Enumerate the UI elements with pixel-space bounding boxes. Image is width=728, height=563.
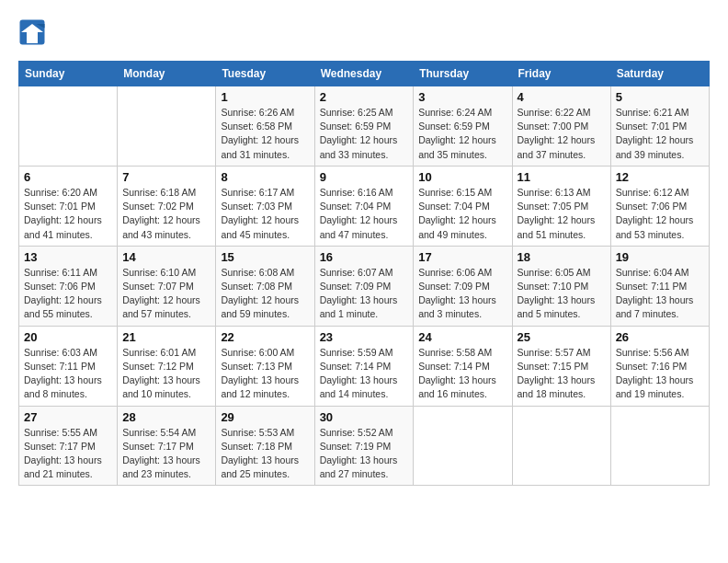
day-detail: Sunrise: 5:57 AM Sunset: 7:15 PM Dayligh… (518, 346, 606, 402)
day-detail: Sunrise: 6:16 AM Sunset: 7:04 PM Dayligh… (320, 186, 409, 242)
calendar-cell: 13Sunrise: 6:11 AM Sunset: 7:06 PM Dayli… (19, 246, 118, 326)
calendar-cell: 21Sunrise: 6:01 AM Sunset: 7:12 PM Dayli… (118, 326, 216, 406)
day-detail: Sunrise: 6:20 AM Sunset: 7:01 PM Dayligh… (24, 186, 112, 242)
calendar-cell: 2Sunrise: 6:25 AM Sunset: 6:59 PM Daylig… (314, 86, 414, 167)
day-number: 6 (24, 170, 112, 184)
day-number: 29 (221, 410, 309, 424)
calendar-cell: 15Sunrise: 6:08 AM Sunset: 7:08 PM Dayli… (216, 246, 314, 326)
day-detail: Sunrise: 6:17 AM Sunset: 7:03 PM Dayligh… (221, 186, 309, 242)
day-number: 11 (518, 170, 606, 184)
day-number: 18 (518, 250, 606, 264)
day-number: 26 (616, 330, 704, 344)
day-detail: Sunrise: 6:26 AM Sunset: 6:58 PM Dayligh… (221, 106, 309, 162)
day-detail: Sunrise: 6:22 AM Sunset: 7:00 PM Dayligh… (518, 106, 606, 162)
week-row-5: 27Sunrise: 5:55 AM Sunset: 7:17 PM Dayli… (19, 406, 710, 486)
day-number: 30 (320, 410, 409, 424)
day-detail: Sunrise: 5:56 AM Sunset: 7:16 PM Dayligh… (616, 346, 704, 402)
day-number: 23 (320, 330, 409, 344)
calendar-cell: 1Sunrise: 6:26 AM Sunset: 6:58 PM Daylig… (216, 86, 314, 167)
column-header-monday: Monday (118, 62, 216, 86)
day-detail: Sunrise: 6:03 AM Sunset: 7:11 PM Dayligh… (24, 346, 112, 402)
day-detail: Sunrise: 6:01 AM Sunset: 7:12 PM Dayligh… (122, 346, 210, 402)
day-number: 1 (221, 90, 309, 104)
week-row-4: 20Sunrise: 6:03 AM Sunset: 7:11 PM Dayli… (19, 326, 710, 406)
day-detail: Sunrise: 5:53 AM Sunset: 7:18 PM Dayligh… (221, 426, 309, 482)
week-row-2: 6Sunrise: 6:20 AM Sunset: 7:01 PM Daylig… (19, 166, 710, 246)
day-detail: Sunrise: 6:11 AM Sunset: 7:06 PM Dayligh… (24, 266, 112, 322)
calendar-cell: 3Sunrise: 6:24 AM Sunset: 6:59 PM Daylig… (414, 86, 512, 167)
day-number: 20 (24, 330, 112, 344)
calendar-cell: 10Sunrise: 6:15 AM Sunset: 7:04 PM Dayli… (414, 166, 512, 246)
calendar-cell (512, 406, 610, 486)
day-number: 25 (518, 330, 606, 344)
day-number: 15 (221, 250, 309, 264)
calendar-table: SundayMondayTuesdayWednesdayThursdayFrid… (18, 61, 710, 486)
column-header-tuesday: Tuesday (216, 62, 314, 86)
calendar-cell: 12Sunrise: 6:12 AM Sunset: 7:06 PM Dayli… (610, 166, 709, 246)
header-row: SundayMondayTuesdayWednesdayThursdayFrid… (19, 62, 710, 86)
day-number: 17 (418, 250, 506, 264)
calendar-cell: 19Sunrise: 6:04 AM Sunset: 7:11 PM Dayli… (610, 246, 709, 326)
day-number: 13 (24, 250, 112, 264)
calendar-cell (118, 86, 216, 167)
calendar-cell: 5Sunrise: 6:21 AM Sunset: 7:01 PM Daylig… (610, 86, 709, 167)
day-detail: Sunrise: 5:59 AM Sunset: 7:14 PM Dayligh… (320, 346, 409, 402)
day-detail: Sunrise: 6:04 AM Sunset: 7:11 PM Dayligh… (616, 266, 704, 322)
calendar-cell: 18Sunrise: 6:05 AM Sunset: 7:10 PM Dayli… (512, 246, 610, 326)
calendar-cell: 24Sunrise: 5:58 AM Sunset: 7:14 PM Dayli… (414, 326, 512, 406)
day-detail: Sunrise: 5:54 AM Sunset: 7:17 PM Dayligh… (122, 426, 210, 482)
day-number: 8 (221, 170, 309, 184)
column-header-sunday: Sunday (19, 62, 118, 86)
day-number: 27 (24, 410, 112, 424)
day-number: 3 (418, 90, 506, 104)
column-header-friday: Friday (512, 62, 610, 86)
day-detail: Sunrise: 6:08 AM Sunset: 7:08 PM Dayligh… (221, 266, 309, 322)
calendar-cell: 23Sunrise: 5:59 AM Sunset: 7:14 PM Dayli… (314, 326, 414, 406)
calendar-body: 1Sunrise: 6:26 AM Sunset: 6:58 PM Daylig… (19, 86, 710, 486)
day-detail: Sunrise: 6:06 AM Sunset: 7:09 PM Dayligh… (418, 266, 506, 322)
day-detail: Sunrise: 6:13 AM Sunset: 7:05 PM Dayligh… (518, 186, 606, 242)
calendar-cell (414, 406, 512, 486)
calendar-cell: 11Sunrise: 6:13 AM Sunset: 7:05 PM Dayli… (512, 166, 610, 246)
calendar-cell: 17Sunrise: 6:06 AM Sunset: 7:09 PM Dayli… (414, 246, 512, 326)
logo-icon (18, 18, 46, 46)
column-header-saturday: Saturday (610, 62, 709, 86)
calendar-cell: 28Sunrise: 5:54 AM Sunset: 7:17 PM Dayli… (118, 406, 216, 486)
calendar-cell (19, 86, 118, 167)
calendar-cell: 8Sunrise: 6:17 AM Sunset: 7:03 PM Daylig… (216, 166, 314, 246)
day-detail: Sunrise: 6:25 AM Sunset: 6:59 PM Dayligh… (320, 106, 409, 162)
calendar-cell: 25Sunrise: 5:57 AM Sunset: 7:15 PM Dayli… (512, 326, 610, 406)
week-row-1: 1Sunrise: 6:26 AM Sunset: 6:58 PM Daylig… (19, 86, 710, 167)
calendar-cell: 20Sunrise: 6:03 AM Sunset: 7:11 PM Dayli… (19, 326, 118, 406)
day-number: 14 (122, 250, 210, 264)
calendar-cell: 22Sunrise: 6:00 AM Sunset: 7:13 PM Dayli… (216, 326, 314, 406)
calendar-cell (610, 406, 709, 486)
day-detail: Sunrise: 6:05 AM Sunset: 7:10 PM Dayligh… (518, 266, 606, 322)
column-header-thursday: Thursday (414, 62, 512, 86)
calendar-cell: 4Sunrise: 6:22 AM Sunset: 7:00 PM Daylig… (512, 86, 610, 167)
day-detail: Sunrise: 6:24 AM Sunset: 6:59 PM Dayligh… (418, 106, 506, 162)
calendar-cell: 9Sunrise: 6:16 AM Sunset: 7:04 PM Daylig… (314, 166, 414, 246)
week-row-3: 13Sunrise: 6:11 AM Sunset: 7:06 PM Dayli… (19, 246, 710, 326)
day-number: 7 (122, 170, 210, 184)
day-number: 21 (122, 330, 210, 344)
calendar-cell: 29Sunrise: 5:53 AM Sunset: 7:18 PM Dayli… (216, 406, 314, 486)
day-detail: Sunrise: 6:00 AM Sunset: 7:13 PM Dayligh… (221, 346, 309, 402)
day-detail: Sunrise: 5:55 AM Sunset: 7:17 PM Dayligh… (24, 426, 112, 482)
day-number: 28 (122, 410, 210, 424)
day-detail: Sunrise: 6:18 AM Sunset: 7:02 PM Dayligh… (122, 186, 210, 242)
day-detail: Sunrise: 6:12 AM Sunset: 7:06 PM Dayligh… (616, 186, 704, 242)
calendar-cell: 26Sunrise: 5:56 AM Sunset: 7:16 PM Dayli… (610, 326, 709, 406)
day-detail: Sunrise: 6:21 AM Sunset: 7:01 PM Dayligh… (616, 106, 704, 162)
day-number: 24 (418, 330, 506, 344)
day-number: 12 (616, 170, 704, 184)
day-number: 9 (320, 170, 409, 184)
page-header (18, 18, 710, 46)
day-detail: Sunrise: 5:58 AM Sunset: 7:14 PM Dayligh… (418, 346, 506, 402)
day-detail: Sunrise: 6:15 AM Sunset: 7:04 PM Dayligh… (418, 186, 506, 242)
day-detail: Sunrise: 6:07 AM Sunset: 7:09 PM Dayligh… (320, 266, 409, 322)
day-number: 10 (418, 170, 506, 184)
day-number: 4 (518, 90, 606, 104)
calendar-cell: 6Sunrise: 6:20 AM Sunset: 7:01 PM Daylig… (19, 166, 118, 246)
calendar-cell: 16Sunrise: 6:07 AM Sunset: 7:09 PM Dayli… (314, 246, 414, 326)
